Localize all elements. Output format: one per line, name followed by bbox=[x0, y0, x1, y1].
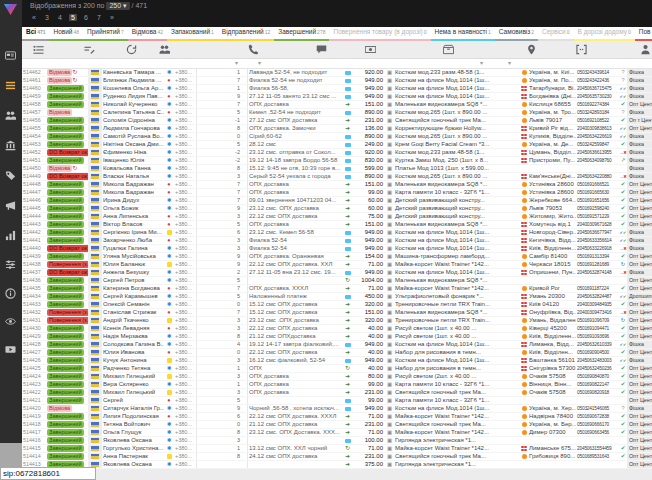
orders-list-icon[interactable] bbox=[5, 80, 17, 92]
order-row[interactable]: 514459ЗавершенийРуденко Лидия Пав...●+38… bbox=[22, 93, 652, 101]
page-number[interactable]: 5 bbox=[69, 14, 77, 21]
order-row[interactable]: 514415ЗавершенийГоргулько Христина...✱+3… bbox=[22, 445, 652, 453]
status-tab-3[interactable]: Відмова42 bbox=[128, 27, 167, 41]
clients-icon[interactable] bbox=[5, 110, 17, 122]
order-row[interactable]: 514416ЗавершенийЯковлева Оксана✱+380...3… bbox=[22, 437, 652, 445]
status-tab-9[interactable]: Самовивіз2 bbox=[495, 27, 538, 41]
status-tab-1[interactable]: Новий48 bbox=[49, 27, 83, 41]
order-row[interactable]: 514458ЗавершенийНиколай Кучеренко✱+380..… bbox=[22, 101, 652, 109]
order-row[interactable]: 514429ЗавершенийНадія Мерзаєва✱+380...82… bbox=[22, 333, 652, 341]
order-row[interactable]: 514431Повернення (з...Андрій Ткаченко+38… bbox=[22, 317, 652, 325]
order-row[interactable]: 514456ЗавершенийСоломія Сідроніна✱+380..… bbox=[22, 117, 652, 125]
order-row[interactable]: 514457ВідмоваСалепина Татьяна С...●+380.… bbox=[22, 109, 652, 117]
status-edit-icon[interactable] bbox=[84, 44, 95, 55]
order-row[interactable]: 514448ЗавершенийМикола Бадражан●+380...7… bbox=[22, 181, 652, 189]
payment-icon[interactable] bbox=[365, 44, 376, 55]
status-tab-12[interactable]: Пов bbox=[635, 27, 652, 41]
order-row[interactable]: 514449DO Возврат ок..Власюк Наталья✱+380… bbox=[22, 173, 652, 181]
order-row[interactable]: 514440DO Возврат ок..Гуцалюк Галина✱+380… bbox=[22, 245, 652, 253]
price-tag-icon[interactable] bbox=[5, 170, 17, 182]
page-next[interactable]: » bbox=[108, 14, 116, 21]
order-row[interactable]: 514427ЗавершенийЮлия Иванова●+380...022.… bbox=[22, 349, 652, 357]
order-row[interactable]: 514433ЗавершенийОлексій Семанін✱+380...0… bbox=[22, 301, 652, 309]
order-row[interactable]: 514434ЗавершенийСергей Карамышев✱+380...… bbox=[22, 293, 652, 301]
page-number[interactable]: 6 bbox=[82, 14, 90, 21]
order-row[interactable]: 514430ЗавершенийКсенія Левадняя●+380...3… bbox=[22, 325, 652, 333]
order-row[interactable]: 514450Відмова↻Ковальова Ганна✱+380...815… bbox=[22, 165, 652, 173]
order-row[interactable]: 514414ЗавершенийАнна Пастернак+380...824… bbox=[22, 453, 652, 461]
phone-icon[interactable] bbox=[248, 44, 259, 55]
status-tab-10[interactable]: Сервіси0 bbox=[538, 27, 573, 41]
order-row[interactable]: 514452DO Возврат ок..Єфименко Ніна✱+380.… bbox=[22, 149, 652, 157]
organization-icon[interactable] bbox=[5, 140, 17, 152]
order-row[interactable]: 514438Повернення (з...Юлия Баланюк+380..… bbox=[22, 261, 652, 269]
order-row[interactable]: 514447ЗавершенийМикола Бадражан●+380...7… bbox=[22, 189, 652, 197]
statistics-icon[interactable] bbox=[5, 230, 17, 242]
order-row[interactable]: 514453ЗавершенийНікітіна Оксана Дми...✱+… bbox=[22, 141, 652, 149]
order-row[interactable]: 514436ЗавершенийСергей Петров✱+380...5↻1… bbox=[22, 277, 652, 285]
id-card-icon[interactable] bbox=[5, 50, 17, 62]
order-row[interactable]: 514424ЗавершенийМихаил Гилецький+380...3… bbox=[22, 373, 652, 381]
page-number[interactable]: 7 bbox=[95, 14, 103, 21]
status-tab-5[interactable]: Відправлений12 bbox=[218, 27, 274, 41]
status-tab-2[interactable]: Прийнятий7 bbox=[83, 27, 128, 41]
column-filter-dropdown[interactable]: ▾ bbox=[480, 59, 483, 69]
order-row[interactable]: 514437DO Возврат ок..Анжела Безушку✱+380… bbox=[22, 269, 652, 277]
order-row[interactable]: 514428ЗавершенийСолодкова Галина В...✱+3… bbox=[22, 341, 652, 349]
order-row[interactable]: 514460ЗавершенийКошелева Ольга Ар...✱+38… bbox=[22, 85, 652, 93]
video-icon[interactable] bbox=[5, 344, 17, 356]
status-tab-4[interactable]: Запакований1 bbox=[167, 27, 218, 41]
order-row[interactable]: 514418ЗавершенийТетяна Войтович✱+380...0… bbox=[22, 421, 652, 429]
column-filter-dropdown[interactable]: ▾ bbox=[235, 59, 238, 69]
manager-icon[interactable] bbox=[640, 44, 651, 55]
order-row[interactable]: 514444ЗавершенийАнна Липенська●+380...32… bbox=[22, 213, 652, 221]
settings-sliders-icon[interactable] bbox=[5, 259, 17, 271]
status-tab-7[interactable]: Повернення товару (в дорозі)0 bbox=[329, 27, 430, 41]
order-row[interactable]: 514432Повернення (з...Станіслав Стрижак●… bbox=[22, 309, 652, 317]
column-filter-dropdown[interactable]: ▾ bbox=[508, 59, 511, 69]
comment-icon[interactable] bbox=[316, 44, 327, 55]
order-row[interactable]: 514461Відмова↻Близнюк Людмила ...●+380..… bbox=[22, 77, 652, 85]
tracking-number: 0501691571229 bbox=[576, 213, 619, 220]
clients-icon[interactable] bbox=[159, 44, 170, 55]
status-tab-8[interactable]: Нема в наявності1 bbox=[431, 27, 495, 41]
order-row[interactable]: 514446ЗавершенийИрина Дидух✱+380...709.0… bbox=[22, 197, 652, 205]
announcement-icon[interactable] bbox=[5, 200, 17, 212]
order-row[interactable]: 514413ЗавершенийЯковлева Оксана✱+380...➔… bbox=[22, 461, 652, 469]
sip-status[interactable]: sip:0672818601 bbox=[0, 467, 96, 480]
order-row[interactable]: 514442ЗавершенийСергієнко Ірина Ми...+38… bbox=[22, 229, 652, 237]
order-row[interactable]: 514426ЗавершенийКучук Антонина+380...316… bbox=[22, 357, 652, 365]
order-row[interactable]: 514451ЗавершенийІващенко Юлія✱+380...-21… bbox=[22, 157, 652, 165]
product-box-icon[interactable] bbox=[443, 44, 454, 55]
order-row[interactable]: 514439ЗавершенийУляна Мусійовська✱+380..… bbox=[22, 253, 652, 261]
order-row[interactable]: 514462Відмова↻Каневська Тамара ...✱+380.… bbox=[22, 69, 652, 77]
order-row[interactable]: 514420ВідмоваСитарчук Наталія Гр...✱+380… bbox=[22, 405, 652, 413]
order-row[interactable]: 514455ЗавершенийЛюдмила Гончарова✱+380..… bbox=[22, 125, 652, 133]
tracking-brackets-icon[interactable] bbox=[576, 44, 587, 55]
app-logo[interactable] bbox=[3, 2, 18, 20]
refresh-icon[interactable] bbox=[126, 44, 137, 55]
order-row[interactable]: 514421ЗавершенийСергей●+380...599.00▣Кар… bbox=[22, 397, 652, 405]
status-tab-0[interactable]: Всі471 bbox=[22, 27, 49, 41]
info-icon[interactable] bbox=[5, 288, 17, 300]
order-row[interactable]: 514454ЗавершенийСамотій Руслана Во...✱+3… bbox=[22, 133, 652, 141]
page-number[interactable]: 4 bbox=[56, 14, 64, 21]
order-row[interactable]: 514445ЗавершенийОльга Божик✱+380...923.1… bbox=[22, 205, 652, 213]
address-pin-icon[interactable] bbox=[526, 44, 537, 55]
order-row[interactable]: 514417ЗавершенийОльга Глущук✱+380...823.… bbox=[22, 429, 652, 437]
column-filter-dropdown[interactable]: ▾ bbox=[258, 59, 261, 69]
page-number[interactable]: 3 bbox=[43, 14, 51, 21]
order-row[interactable]: 514422ЗавершенийМихаил Гилецький+380...3… bbox=[22, 389, 652, 397]
order-row[interactable]: 514419ЗавершенийЛилия Подолинская●+380..… bbox=[22, 413, 652, 421]
page-size-select[interactable]: 250 ▾ bbox=[106, 2, 129, 10]
orders-id-icon[interactable] bbox=[33, 44, 44, 55]
watch-icon[interactable] bbox=[5, 316, 17, 328]
status-tab-11[interactable]: В дорозі додому0 bbox=[574, 27, 635, 41]
order-row[interactable]: 514443ЗавершенийВіктор Власов●+380...5ОП… bbox=[22, 221, 652, 229]
status-tab-6[interactable]: Завершений278 bbox=[274, 27, 329, 41]
order-row[interactable]: 514441ЗавершенийЗахарченко Люба●+380...3… bbox=[22, 237, 652, 245]
page-prev[interactable]: « bbox=[30, 14, 38, 21]
order-row[interactable]: 514435ЗавершенийКатерина Богданова●+380.… bbox=[22, 285, 652, 293]
order-row[interactable]: 514423ЗавершенийВера Скляренко✱+380...1О… bbox=[22, 381, 652, 389]
order-row[interactable]: 514425ЗавершенийРадченко Тетяна✱+380...1… bbox=[22, 365, 652, 373]
